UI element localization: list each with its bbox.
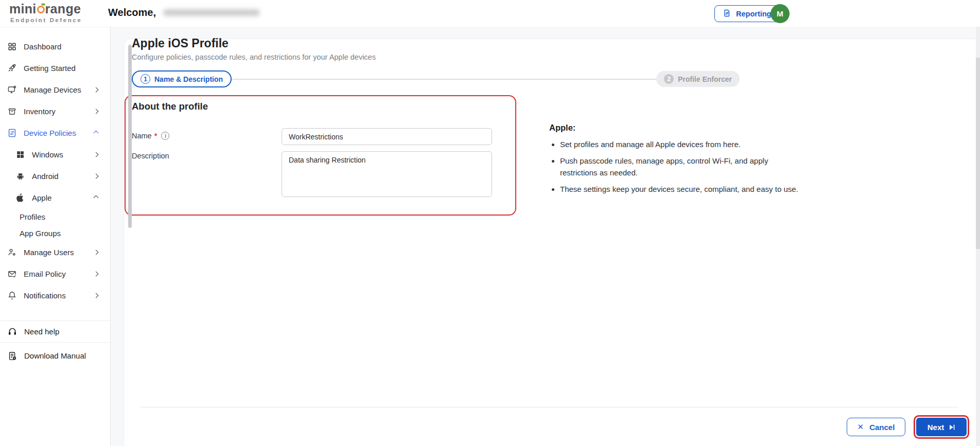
step-2-label: Profile Enforcer	[678, 75, 732, 83]
sidebar-item-inventory[interactable]: Inventory	[0, 100, 110, 122]
sidebar-item-email-policy[interactable]: Email Policy	[0, 263, 110, 284]
welcome-text: Welcome,	[108, 7, 260, 19]
sidebar-item-label: App Groups	[20, 229, 61, 238]
sidebar-item-dashboard[interactable]: Dashboard	[0, 35, 110, 57]
sidebar-item-label: Apple	[32, 193, 51, 202]
sidebar-item-windows[interactable]: Windows	[0, 144, 110, 165]
app-header: minirange Endpoint Defence Welcome, Repo…	[0, 0, 980, 27]
apple-info-bullets: Set profiles and manage all Apple device…	[551, 138, 801, 200]
apple-info-title: Apple:	[549, 123, 575, 133]
sidebar-item-label: Manage Users	[24, 248, 74, 257]
sidebar-item-label: Device Policies	[24, 129, 76, 137]
policy-doc-icon	[7, 128, 17, 138]
chevron-right-icon	[94, 173, 99, 179]
sidebar-item-android[interactable]: Android	[0, 165, 110, 187]
sidebar-item-download-manual[interactable]: Download Manual	[0, 342, 110, 369]
footer-divider	[140, 407, 958, 407]
chevron-up-icon	[94, 195, 99, 200]
sidebar-nav: DashboardGetting StartedManage DevicesIn…	[0, 27, 110, 306]
page-title: Apple iOS Profile	[132, 37, 229, 50]
chevron-right-icon	[94, 271, 99, 276]
apple-icon	[15, 193, 25, 203]
step-1-number: 1	[141, 74, 150, 84]
chevron-up-icon	[94, 130, 99, 135]
dashboard-icon	[7, 42, 17, 51]
right-scrollbar-thumb[interactable]	[976, 58, 980, 249]
logo-wordmark: minirange	[9, 3, 82, 15]
monitor-icon	[7, 85, 17, 95]
sidebar-item-app-groups[interactable]: App Groups	[0, 225, 110, 241]
sidebar-item-label: Email Policy	[24, 270, 66, 278]
reporting-button[interactable]: Reporting	[714, 5, 779, 22]
sidebar: DashboardGetting StartedManage DevicesIn…	[0, 27, 111, 446]
inventory-icon	[7, 106, 17, 116]
user-avatar[interactable]: M	[771, 4, 790, 23]
sidebar-item-label: Download Manual	[24, 351, 86, 360]
stepper-step-profile-enforcer[interactable]: 2 Profile Enforcer	[656, 71, 740, 87]
sidebar-item-label: Getting Started	[24, 64, 76, 73]
bell-icon	[7, 291, 17, 300]
info-bullet: Push passcode rules, manage apps, contro…	[560, 155, 801, 179]
sidebar-footer: Need helpDownload Manual	[0, 320, 110, 369]
doc-download-icon	[7, 351, 18, 361]
chevron-right-icon	[94, 249, 99, 255]
chevron-right-icon	[94, 293, 99, 298]
sidebar-item-profiles[interactable]: Profiles	[0, 208, 110, 225]
sidebar-item-manage-users[interactable]: Manage Users	[0, 241, 110, 263]
stepper-connector	[232, 79, 656, 80]
left-scrollbar[interactable]	[128, 45, 132, 228]
chevron-right-icon	[94, 152, 99, 157]
sidebar-item-label: Dashboard	[24, 42, 61, 51]
sidebar-item-label: Android	[32, 172, 59, 181]
right-scrollbar-track[interactable]	[976, 27, 980, 446]
sidebar-item-apple[interactable]: Apple	[0, 187, 110, 208]
step-1-label: Name & Description	[154, 75, 223, 83]
chevron-right-icon	[94, 109, 99, 114]
sidebar-item-label: Inventory	[24, 107, 56, 116]
sidebar-item-device-policies[interactable]: Device Policies	[0, 122, 110, 144]
next-button[interactable]: Next	[916, 418, 967, 436]
sidebar-item-getting-started[interactable]: Getting Started	[0, 57, 110, 79]
step-2-number: 2	[664, 74, 674, 84]
cancel-button[interactable]: ✕ Cancel	[847, 418, 905, 436]
sidebar-item-label: Notifications	[24, 291, 66, 300]
username-redacted	[163, 9, 260, 16]
close-icon: ✕	[857, 422, 864, 432]
skip-next-icon	[949, 424, 955, 431]
rocket-icon	[7, 63, 17, 73]
logo-subtitle: Endpoint Defence	[9, 17, 82, 23]
user-gear-icon	[7, 247, 17, 257]
sidebar-item-need-help[interactable]: Need help	[0, 320, 110, 342]
mail-check-icon	[7, 269, 17, 279]
info-bullet: Set profiles and manage all Apple device…	[560, 138, 801, 150]
page-subtitle: Configure policies, passcode rules, and …	[132, 53, 376, 61]
android-icon	[15, 171, 25, 181]
info-bullet: These settings keep your devices secure,…	[560, 183, 801, 195]
stepper: 1 Name & Description 2 Profile Enforcer	[132, 70, 740, 87]
sidebar-item-label: Profiles	[20, 212, 45, 221]
annotation-red-box	[125, 95, 516, 216]
app-logo: minirange Endpoint Defence	[9, 3, 82, 23]
stepper-step-name-description[interactable]: 1 Name & Description	[132, 70, 232, 87]
sidebar-item-notifications[interactable]: Notifications	[0, 284, 110, 306]
logo-orange-icon	[37, 6, 45, 13]
headset-icon	[7, 327, 18, 337]
sidebar-item-label: Need help	[24, 327, 59, 336]
chevron-right-icon	[94, 87, 99, 92]
windows-icon	[15, 150, 25, 159]
report-document-icon	[723, 9, 731, 19]
sidebar-item-manage-devices[interactable]: Manage Devices	[0, 79, 110, 100]
sidebar-item-label: Windows	[32, 150, 63, 159]
sidebar-item-label: Manage Devices	[24, 85, 81, 94]
